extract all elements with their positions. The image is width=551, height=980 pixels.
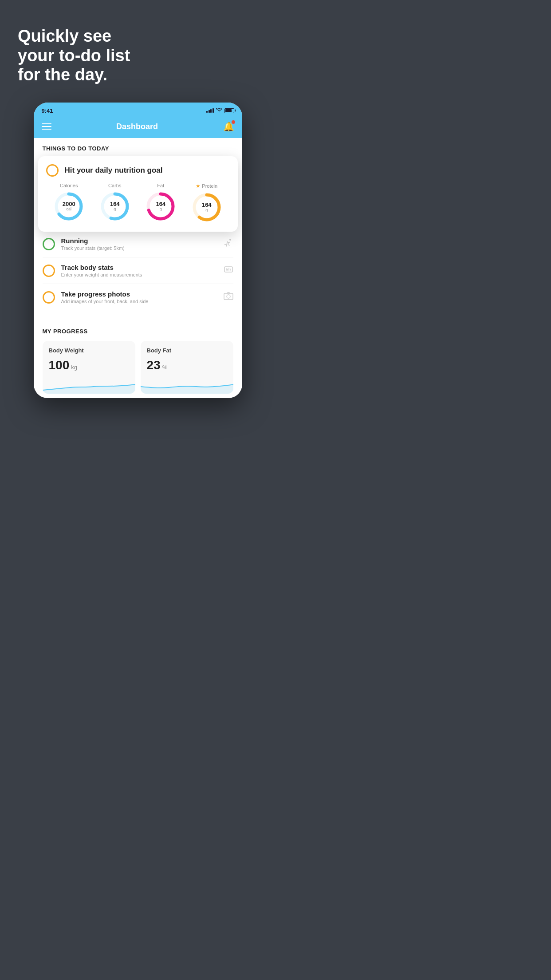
hamburger-menu-icon[interactable] xyxy=(42,123,51,130)
notification-dot xyxy=(232,120,235,124)
carbs-label: Carbs xyxy=(108,183,121,188)
battery-icon xyxy=(224,108,234,113)
todo-item-body-stats[interactable]: Track body stats Enter your weight and m… xyxy=(43,257,233,284)
phone-frame: 9:41 xyxy=(34,103,242,398)
running-icon xyxy=(224,239,233,249)
header-title: Dashboard xyxy=(116,122,158,131)
body-weight-unit: kg xyxy=(71,364,77,371)
calories-unit: cal xyxy=(63,207,75,212)
nutrition-card: Hit your daily nutrition goal Calories xyxy=(38,156,238,232)
nutrition-card-header: Hit your daily nutrition goal xyxy=(46,164,230,177)
protein-col: ★ Protein 164 g xyxy=(191,183,222,223)
body-weight-card-title: Body Weight xyxy=(49,347,129,354)
body-weight-value-row: 100 kg xyxy=(49,358,129,372)
photos-icon xyxy=(224,292,233,302)
carbs-col: Carbs 164 g xyxy=(99,183,130,222)
body-weight-number: 100 xyxy=(49,358,70,372)
nutrition-row: Calories 2000 cal xyxy=(46,183,230,223)
signal-bars-icon xyxy=(206,108,214,113)
todo-list: Running Track your stats (target: 5km) xyxy=(34,231,242,310)
page-wrapper: Quickly seeyour to-do listfor the day. 9… xyxy=(0,0,276,490)
body-weight-chart xyxy=(43,378,135,394)
calories-donut: 2000 cal xyxy=(53,191,84,222)
protein-star-icon: ★ xyxy=(196,183,201,189)
nutrition-card-title: Hit your daily nutrition goal xyxy=(65,166,163,175)
protein-donut: 164 g xyxy=(191,192,222,223)
body-stats-subtitle: Enter your weight and measurements xyxy=(61,272,142,277)
body-weight-card[interactable]: Body Weight 100 kg xyxy=(43,341,135,394)
protein-unit: g xyxy=(202,208,212,213)
progress-section: MY PROGRESS Body Weight 100 kg xyxy=(34,319,242,398)
body-fat-value-row: 23 % xyxy=(147,358,227,372)
svg-point-14 xyxy=(227,295,230,298)
notification-button[interactable]: 🔔 xyxy=(223,121,234,132)
app-header: Dashboard 🔔 xyxy=(34,117,242,138)
body-fat-chart xyxy=(141,378,233,394)
fat-unit: g xyxy=(156,207,165,212)
fat-donut: 164 g xyxy=(145,191,176,222)
body-fat-number: 23 xyxy=(147,358,161,372)
progress-heading: MY PROGRESS xyxy=(43,328,233,335)
body-fat-card-title: Body Fat xyxy=(147,347,227,354)
fat-label: Fat xyxy=(157,183,164,188)
running-title: Running xyxy=(61,237,125,245)
fat-col: Fat 164 g xyxy=(145,183,176,222)
body-fat-unit: % xyxy=(162,364,168,371)
status-time: 9:41 xyxy=(42,107,53,114)
status-icons xyxy=(206,108,234,113)
carbs-donut: 164 g xyxy=(99,191,130,222)
calories-value: 2000 xyxy=(63,201,75,207)
body-stats-icon xyxy=(224,265,233,276)
body-stats-checkbox[interactable] xyxy=(43,265,55,277)
things-to-do-heading: THINGS TO DO TODAY xyxy=(34,138,242,156)
carbs-value: 164 xyxy=(110,201,120,207)
status-bar: 9:41 xyxy=(34,103,242,117)
svg-rect-13 xyxy=(224,293,233,300)
protein-label: ★ Protein xyxy=(196,183,217,189)
progress-cards: Body Weight 100 kg xyxy=(43,341,233,394)
wifi-icon xyxy=(216,108,222,113)
body-stats-title: Track body stats xyxy=(61,264,142,271)
photos-title: Take progress photos xyxy=(61,290,149,298)
svg-rect-8 xyxy=(224,267,232,272)
carbs-unit: g xyxy=(110,207,120,212)
protein-value: 164 xyxy=(202,202,212,208)
photos-checkbox[interactable] xyxy=(43,291,55,304)
calories-col: Calories 2000 cal xyxy=(53,183,84,222)
running-subtitle: Track your stats (target: 5km) xyxy=(61,245,125,251)
fat-value: 164 xyxy=(156,201,165,207)
nutrition-checkbox[interactable] xyxy=(46,164,59,177)
todo-item-running[interactable]: Running Track your stats (target: 5km) xyxy=(43,231,233,257)
photos-subtitle: Add images of your front, back, and side xyxy=(61,299,149,304)
calories-label: Calories xyxy=(60,183,78,188)
phone-content: THINGS TO DO TODAY Hit your daily nutrit… xyxy=(34,138,242,398)
todo-item-photos[interactable]: Take progress photos Add images of your … xyxy=(43,284,233,310)
body-fat-card[interactable]: Body Fat 23 % xyxy=(141,341,233,394)
running-checkbox[interactable] xyxy=(43,238,55,250)
hero-title: Quickly seeyour to-do listfor the day. xyxy=(0,0,276,85)
